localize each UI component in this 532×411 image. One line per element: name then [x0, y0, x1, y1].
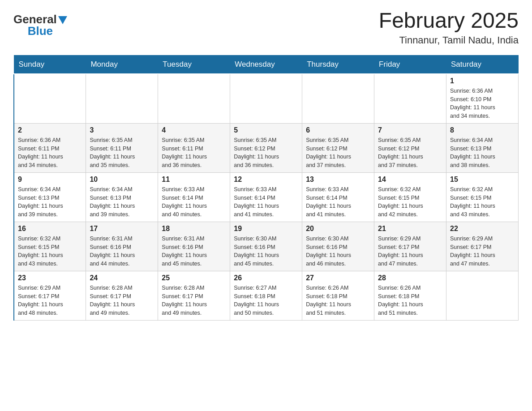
day-info: Sunrise: 6:34 AMSunset: 6:13 PMDaylight:… — [18, 185, 82, 219]
calendar-day-cell: 7Sunrise: 6:35 AMSunset: 6:12 PMDaylight… — [374, 123, 446, 172]
day-info: Sunrise: 6:33 AMSunset: 6:14 PMDaylight:… — [234, 185, 298, 219]
day-info: Sunrise: 6:32 AMSunset: 6:15 PMDaylight:… — [18, 235, 82, 268]
calendar-week-row: 2Sunrise: 6:36 AMSunset: 6:11 PMDaylight… — [14, 123, 519, 172]
col-tuesday: Tuesday — [158, 55, 230, 74]
calendar-day-cell: 16Sunrise: 6:32 AMSunset: 6:15 PMDayligh… — [14, 222, 86, 271]
day-number: 10 — [90, 176, 154, 184]
day-info: Sunrise: 6:29 AMSunset: 6:17 PMDaylight:… — [18, 284, 82, 317]
calendar-day-cell — [230, 74, 302, 124]
day-number: 20 — [306, 225, 370, 233]
calendar-day-cell: 5Sunrise: 6:35 AMSunset: 6:12 PMDaylight… — [230, 123, 302, 172]
calendar-day-cell: 21Sunrise: 6:29 AMSunset: 6:17 PMDayligh… — [374, 222, 446, 271]
col-sunday: Sunday — [14, 55, 86, 74]
calendar-day-cell — [302, 74, 374, 124]
day-info: Sunrise: 6:29 AMSunset: 6:17 PMDaylight:… — [378, 235, 442, 268]
calendar-day-cell: 14Sunrise: 6:32 AMSunset: 6:15 PMDayligh… — [374, 172, 446, 222]
calendar-day-cell: 10Sunrise: 6:34 AMSunset: 6:13 PMDayligh… — [86, 172, 158, 222]
day-number: 2 — [18, 126, 82, 134]
calendar-table: Sunday Monday Tuesday Wednesday Thursday… — [13, 55, 519, 321]
day-info: Sunrise: 6:35 AMSunset: 6:11 PMDaylight:… — [90, 136, 154, 170]
logo-blue: Blue — [28, 24, 53, 38]
calendar-day-cell: 26Sunrise: 6:27 AMSunset: 6:18 PMDayligh… — [230, 271, 302, 320]
col-thursday: Thursday — [302, 55, 374, 74]
day-info: Sunrise: 6:32 AMSunset: 6:15 PMDaylight:… — [378, 185, 442, 219]
calendar-day-cell — [158, 74, 230, 124]
day-number: 26 — [234, 274, 298, 282]
day-info: Sunrise: 6:34 AMSunset: 6:13 PMDaylight:… — [450, 136, 515, 170]
logo-general: General — [13, 13, 57, 25]
calendar-day-cell: 13Sunrise: 6:33 AMSunset: 6:14 PMDayligh… — [302, 172, 374, 222]
day-number: 18 — [162, 225, 226, 233]
calendar-day-cell: 17Sunrise: 6:31 AMSunset: 6:16 PMDayligh… — [86, 222, 158, 271]
day-info: Sunrise: 6:26 AMSunset: 6:18 PMDaylight:… — [378, 284, 442, 317]
calendar-week-row: 23Sunrise: 6:29 AMSunset: 6:17 PMDayligh… — [14, 271, 519, 320]
logo: General Blue — [13, 13, 67, 37]
col-saturday: Saturday — [446, 55, 519, 74]
day-number: 11 — [162, 176, 226, 184]
calendar-day-cell: 12Sunrise: 6:33 AMSunset: 6:14 PMDayligh… — [230, 172, 302, 222]
day-number: 14 — [378, 176, 442, 184]
calendar-day-cell: 4Sunrise: 6:35 AMSunset: 6:11 PMDaylight… — [158, 123, 230, 172]
day-info: Sunrise: 6:35 AMSunset: 6:12 PMDaylight:… — [378, 136, 442, 170]
calendar-day-cell — [14, 74, 86, 124]
calendar-day-cell: 20Sunrise: 6:30 AMSunset: 6:16 PMDayligh… — [302, 222, 374, 271]
calendar-day-cell: 8Sunrise: 6:34 AMSunset: 6:13 PMDaylight… — [446, 123, 519, 172]
calendar-day-cell: 9Sunrise: 6:34 AMSunset: 6:13 PMDaylight… — [14, 172, 86, 222]
day-number: 12 — [234, 176, 298, 184]
day-number: 9 — [18, 176, 82, 184]
calendar-day-cell: 19Sunrise: 6:30 AMSunset: 6:16 PMDayligh… — [230, 222, 302, 271]
location-subtitle: Tinnanur, Tamil Nadu, India — [379, 34, 519, 46]
calendar-day-cell: 28Sunrise: 6:26 AMSunset: 6:18 PMDayligh… — [374, 271, 446, 320]
day-number: 1 — [450, 77, 515, 85]
calendar-day-cell — [446, 271, 519, 320]
calendar-day-cell: 22Sunrise: 6:29 AMSunset: 6:17 PMDayligh… — [446, 222, 519, 271]
day-number: 5 — [234, 126, 298, 134]
calendar-day-cell: 15Sunrise: 6:32 AMSunset: 6:15 PMDayligh… — [446, 172, 519, 222]
day-number: 4 — [162, 126, 226, 134]
calendar-day-cell: 25Sunrise: 6:28 AMSunset: 6:17 PMDayligh… — [158, 271, 230, 320]
day-number: 22 — [450, 225, 515, 233]
day-info: Sunrise: 6:35 AMSunset: 6:12 PMDaylight:… — [234, 136, 298, 170]
day-info: Sunrise: 6:31 AMSunset: 6:16 PMDaylight:… — [162, 235, 226, 268]
calendar-day-cell: 2Sunrise: 6:36 AMSunset: 6:11 PMDaylight… — [14, 123, 86, 172]
day-info: Sunrise: 6:26 AMSunset: 6:18 PMDaylight:… — [306, 284, 370, 317]
day-info: Sunrise: 6:31 AMSunset: 6:16 PMDaylight:… — [90, 235, 154, 268]
calendar-day-cell — [86, 74, 158, 124]
calendar-day-cell — [374, 74, 446, 124]
title-block: February 2025 Tinnanur, Tamil Nadu, Indi… — [379, 9, 519, 46]
calendar-day-cell: 23Sunrise: 6:29 AMSunset: 6:17 PMDayligh… — [14, 271, 86, 320]
day-number: 7 — [378, 126, 442, 134]
page-header: General Blue February 2025 Tinnanur, Tam… — [13, 9, 519, 46]
col-friday: Friday — [374, 55, 446, 74]
day-number: 19 — [234, 225, 298, 233]
day-info: Sunrise: 6:33 AMSunset: 6:14 PMDaylight:… — [162, 185, 226, 219]
day-info: Sunrise: 6:28 AMSunset: 6:17 PMDaylight:… — [162, 284, 226, 317]
calendar-day-cell: 6Sunrise: 6:35 AMSunset: 6:12 PMDaylight… — [302, 123, 374, 172]
day-number: 6 — [306, 126, 370, 134]
day-number: 3 — [90, 126, 154, 134]
day-number: 23 — [18, 274, 82, 282]
day-number: 13 — [306, 176, 370, 184]
day-number: 17 — [90, 225, 154, 233]
day-number: 27 — [306, 274, 370, 282]
day-info: Sunrise: 6:33 AMSunset: 6:14 PMDaylight:… — [306, 185, 370, 219]
day-number: 28 — [378, 274, 442, 282]
day-number: 24 — [90, 274, 154, 282]
day-info: Sunrise: 6:35 AMSunset: 6:12 PMDaylight:… — [306, 136, 370, 170]
calendar-day-cell: 18Sunrise: 6:31 AMSunset: 6:16 PMDayligh… — [158, 222, 230, 271]
calendar-day-cell: 27Sunrise: 6:26 AMSunset: 6:18 PMDayligh… — [302, 271, 374, 320]
calendar-week-row: 1Sunrise: 6:36 AMSunset: 6:10 PMDaylight… — [14, 74, 519, 124]
day-number: 8 — [450, 126, 515, 134]
calendar-header-row: Sunday Monday Tuesday Wednesday Thursday… — [14, 55, 519, 74]
day-info: Sunrise: 6:34 AMSunset: 6:13 PMDaylight:… — [90, 185, 154, 219]
day-info: Sunrise: 6:32 AMSunset: 6:15 PMDaylight:… — [450, 185, 515, 219]
calendar-day-cell: 3Sunrise: 6:35 AMSunset: 6:11 PMDaylight… — [86, 123, 158, 172]
day-info: Sunrise: 6:30 AMSunset: 6:16 PMDaylight:… — [306, 235, 370, 268]
day-number: 21 — [378, 225, 442, 233]
day-number: 15 — [450, 176, 515, 184]
day-info: Sunrise: 6:28 AMSunset: 6:17 PMDaylight:… — [90, 284, 154, 317]
calendar-day-cell: 1Sunrise: 6:36 AMSunset: 6:10 PMDaylight… — [446, 74, 519, 124]
col-wednesday: Wednesday — [230, 55, 302, 74]
day-info: Sunrise: 6:27 AMSunset: 6:18 PMDaylight:… — [234, 284, 298, 317]
day-info: Sunrise: 6:30 AMSunset: 6:16 PMDaylight:… — [234, 235, 298, 268]
